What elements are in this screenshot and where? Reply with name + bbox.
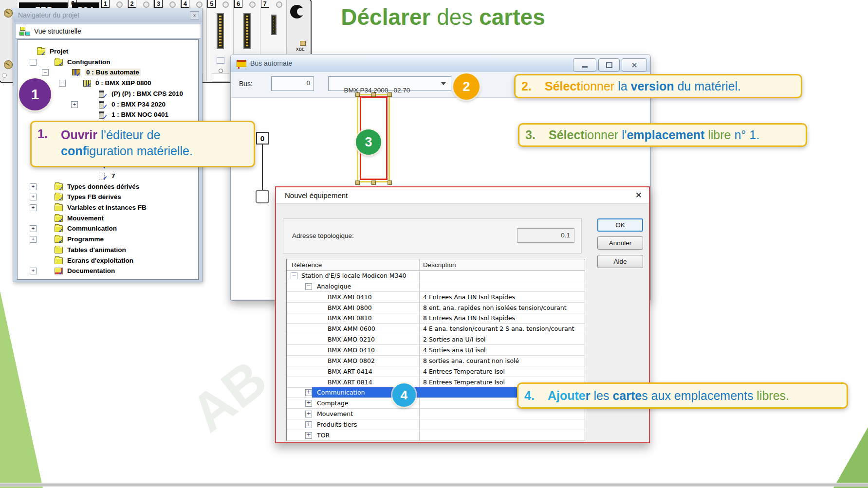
ok-button[interactable]: OK bbox=[597, 218, 643, 232]
expand-icon[interactable]: − bbox=[30, 59, 37, 66]
column-header-description[interactable]: Description bbox=[423, 261, 456, 269]
hole-icon bbox=[2, 73, 7, 78]
expand-icon[interactable]: + bbox=[305, 432, 312, 439]
step2-text: Sélectionner la version du matériel. bbox=[545, 79, 741, 93]
tree-item[interactable]: ✓Mouvement bbox=[18, 214, 198, 223]
table-row[interactable]: BMX AMO 04104 Sorties ana U/I isol bbox=[287, 345, 585, 356]
check-icon: ✓ bbox=[58, 227, 63, 234]
tree-item[interactable]: ✓7 bbox=[18, 171, 198, 181]
tree-item[interactable]: +✓Programme bbox=[18, 235, 198, 244]
cell-reference: Comptage bbox=[317, 399, 349, 407]
tree-item[interactable]: ✓1 : BMX NOC 0401 bbox=[18, 110, 198, 120]
expand-icon[interactable]: − bbox=[59, 80, 66, 87]
expand-icon[interactable]: + bbox=[30, 194, 37, 200]
expand-icon[interactable]: + bbox=[30, 268, 37, 274]
table-row[interactable]: BMX AMI 08108 Entrees Ana HN Isol Rapide… bbox=[287, 313, 585, 324]
badge-2: 2 bbox=[453, 73, 480, 100]
connector bbox=[271, 15, 277, 35]
address-field[interactable]: 0.1 bbox=[517, 228, 574, 243]
check-icon: ✓ bbox=[58, 185, 63, 192]
selection-handle[interactable] bbox=[388, 92, 392, 97]
maximize-button[interactable] bbox=[598, 58, 620, 72]
expand-icon[interactable]: + bbox=[305, 421, 312, 428]
bus-number-field[interactable]: 0 bbox=[271, 76, 314, 91]
page-title: Déclarer des cartes bbox=[273, 4, 613, 30]
cell-reference: Station d'E/S locale Modicon M340 bbox=[301, 272, 406, 279]
selection-handle[interactable] bbox=[355, 92, 360, 97]
table-row[interactable]: BMX AMI 08008 ent. ana. rapides non isol… bbox=[287, 303, 585, 313]
expand-icon[interactable]: − bbox=[305, 283, 312, 290]
close-icon[interactable]: ✕ bbox=[635, 190, 642, 200]
cell-reference: Communication bbox=[317, 389, 365, 396]
module-outline bbox=[217, 57, 224, 64]
address-label: Adresse topologique: bbox=[292, 232, 354, 239]
selection-handle[interactable] bbox=[371, 181, 376, 185]
table-row[interactable]: BMX AMI 04104 Entrees Ana HN Isol Rapide… bbox=[287, 292, 585, 303]
tree-item-label: Programme bbox=[67, 235, 104, 243]
tree-item-label: Types FB dérivés bbox=[67, 193, 121, 200]
tree-item-label: 7 bbox=[111, 172, 115, 180]
cell-reference: BMX ART 0414 bbox=[328, 368, 372, 375]
screw-icon bbox=[143, 1, 149, 8]
close-button[interactable]: ✕ bbox=[622, 58, 647, 72]
step3-text: Sélectionner l'emplacement libre n° 1. bbox=[549, 128, 759, 142]
table-row[interactable]: +Mouvement bbox=[287, 409, 585, 419]
expand-icon[interactable]: − bbox=[291, 272, 297, 279]
cell-reference: BMX AMI 0800 bbox=[328, 304, 372, 311]
rack-number-box[interactable]: 0 bbox=[256, 132, 269, 145]
expand-icon[interactable]: + bbox=[305, 411, 312, 417]
dialog-titlebar[interactable]: Nouvel équipement bbox=[276, 187, 649, 204]
check-icon: ✓ bbox=[58, 61, 63, 68]
corner-wedge-right bbox=[833, 427, 868, 488]
expand-icon[interactable]: + bbox=[305, 389, 312, 396]
tree-item[interactable]: +Variables et instances FB bbox=[18, 203, 198, 213]
cancel-button[interactable]: Annuler bbox=[597, 236, 643, 250]
tree-item-label: Variables et instances FB bbox=[67, 204, 147, 211]
close-icon[interactable]: x bbox=[190, 11, 199, 19]
column-header-reference[interactable]: Référence bbox=[292, 261, 322, 269]
version-dropdown[interactable]: BMX P34 2000 02.70 bbox=[328, 76, 451, 91]
structural-view-tab[interactable]: Vue structurelle bbox=[15, 24, 201, 38]
tree-item[interactable]: +✓Types données dérivés bbox=[18, 182, 198, 192]
tree-item[interactable]: +✓Documentation bbox=[18, 266, 198, 276]
structural-view-label: Vue structurelle bbox=[34, 27, 81, 35]
tree-item[interactable]: +✓Communication bbox=[18, 224, 198, 234]
expand-icon[interactable]: + bbox=[305, 400, 312, 407]
table-row[interactable]: BMX AMO 02102 Sorties ana U/I isol bbox=[287, 334, 585, 345]
slot-number: 3 bbox=[154, 0, 163, 8]
table-row[interactable]: BMX AMO 08028 sorties ana. courant non i… bbox=[287, 356, 585, 366]
cell-reference: TOR bbox=[317, 432, 330, 439]
table-row[interactable]: +Produits tiers bbox=[287, 419, 585, 430]
bus-drop-point[interactable] bbox=[256, 190, 269, 203]
expand-icon[interactable]: + bbox=[30, 204, 37, 211]
tree-item-label: 0 : BMX XBP 0800 bbox=[95, 79, 151, 87]
selection-handle[interactable] bbox=[371, 92, 376, 97]
tree-item[interactable]: Ecrans d'exploitation bbox=[18, 256, 198, 266]
help-button[interactable]: Aide bbox=[597, 255, 643, 268]
expand-icon[interactable]: + bbox=[71, 101, 78, 108]
selection-handle[interactable] bbox=[388, 181, 392, 185]
tree-item[interactable]: +✓Types FB dérivés bbox=[18, 192, 198, 202]
expand-icon[interactable]: + bbox=[30, 225, 37, 232]
cell-description: 8 ent. ana. rapides non isolées tension/… bbox=[423, 304, 567, 311]
expand-icon[interactable]: + bbox=[30, 236, 37, 243]
navigator-titlebar[interactable]: Navigateur du projet x bbox=[13, 8, 202, 22]
expand-icon[interactable]: − bbox=[42, 69, 49, 76]
tree-item[interactable]: −✓Configuration bbox=[18, 57, 198, 67]
screw-icon bbox=[169, 1, 176, 8]
table-row[interactable]: −Analogique bbox=[287, 281, 585, 292]
badge-3: 3 bbox=[356, 129, 381, 155]
minimize-button[interactable] bbox=[573, 58, 596, 72]
tab-icon bbox=[300, 41, 306, 46]
tree-item[interactable]: −✓0 : Bus automate bbox=[18, 68, 198, 77]
table-row[interactable]: +TOR bbox=[287, 430, 585, 441]
table-row[interactable]: BMX ART 04144 Entrees Temperature Isol bbox=[287, 366, 585, 377]
tree-item[interactable]: ✓Projet bbox=[18, 47, 198, 56]
expand-icon[interactable]: + bbox=[30, 183, 37, 190]
selection-handle[interactable] bbox=[355, 181, 360, 185]
table-row[interactable]: −Station d'E/S locale Modicon M340 bbox=[287, 271, 585, 281]
table-row[interactable]: BMX AMM 06004 E ana. tension/courant 2 S… bbox=[287, 324, 585, 334]
rack-slot-5[interactable]: 5 bbox=[207, 0, 234, 81]
tree-item[interactable]: Tables d'animation bbox=[18, 245, 198, 255]
step1-text: Ouvrir l’éditeur deconfiguration matérie… bbox=[61, 127, 193, 159]
